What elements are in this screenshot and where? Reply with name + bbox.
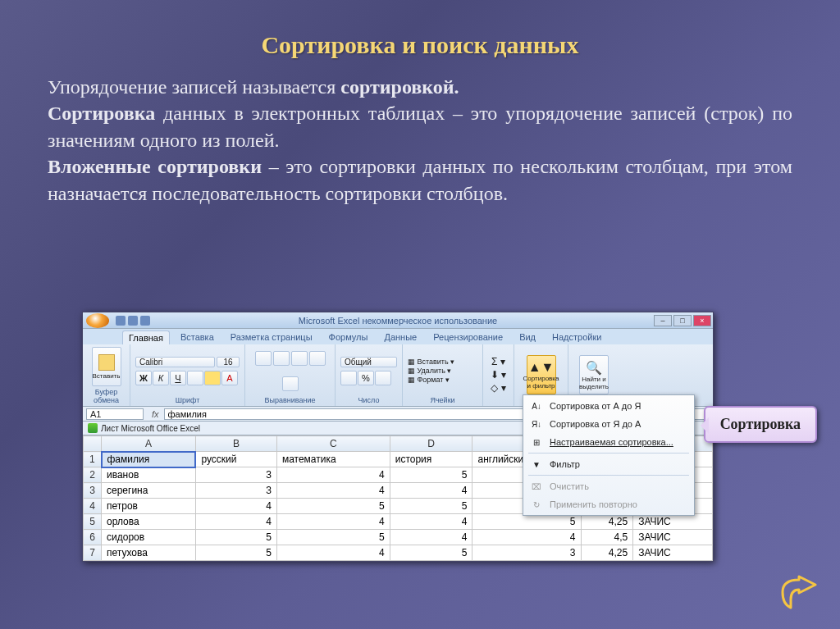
cell[interactable]: 4	[390, 483, 472, 499]
menu-separator	[528, 453, 689, 454]
cell[interactable]: 4,5	[581, 530, 633, 545]
select-all-corner[interactable]	[84, 436, 102, 452]
minimize-button[interactable]: –	[654, 315, 672, 326]
cell[interactable]: 4	[276, 467, 390, 483]
cell[interactable]: 4	[195, 514, 276, 530]
cell[interactable]: 5	[390, 545, 472, 561]
cell[interactable]: 4	[276, 514, 390, 530]
cell[interactable]: иванов	[102, 467, 196, 483]
cell[interactable]: орлова	[102, 514, 196, 530]
maximize-button[interactable]: □	[673, 315, 692, 326]
cell[interactable]: ЗАЧИС	[633, 530, 713, 545]
cell[interactable]: 3	[472, 545, 581, 561]
row-header[interactable]: 5	[84, 514, 102, 530]
menu-reapply: ↻ Применить повторно	[525, 495, 692, 513]
cell[interactable]: 5	[472, 514, 581, 530]
align-center-button[interactable]	[273, 351, 290, 366]
cell[interactable]: 5	[276, 530, 390, 545]
menu-clear: ⌧ Очистить	[525, 477, 692, 495]
cell[interactable]: 4	[472, 530, 581, 545]
cell[interactable]: 4	[195, 499, 276, 514]
col-header[interactable]: A	[102, 436, 196, 452]
cell[interactable]: 4,25	[581, 545, 633, 561]
fill-color-button[interactable]	[204, 371, 221, 385]
tab-addins[interactable]: Надстройки	[546, 330, 607, 344]
cell[interactable]: 4	[390, 514, 472, 530]
cell[interactable]: 4	[276, 545, 390, 561]
cell[interactable]: 5	[390, 499, 472, 514]
cell[interactable]: 5	[195, 545, 276, 561]
merge-button[interactable]	[282, 376, 299, 391]
bold-button[interactable]: Ж	[135, 371, 152, 385]
row-header[interactable]: 3	[84, 483, 102, 499]
cell[interactable]: 3	[195, 467, 276, 483]
cell[interactable]: история	[390, 452, 472, 467]
sort-filter-button[interactable]: ▲▼ Сортировка и фильтр	[527, 355, 556, 394]
cell[interactable]: ЗАЧИС	[633, 545, 713, 561]
percent-button[interactable]: %	[358, 371, 374, 385]
font-size-dropdown[interactable]: 16	[217, 357, 240, 367]
align-right-button[interactable]	[291, 351, 308, 366]
cells-delete-button[interactable]: ▦ Удалить ▾	[408, 367, 451, 375]
underline-button[interactable]: Ч	[170, 371, 186, 385]
row-header[interactable]: 2	[84, 467, 102, 483]
row-header[interactable]: 1	[84, 452, 102, 467]
row-header[interactable]: 6	[84, 530, 102, 545]
row-header[interactable]: 4	[84, 499, 102, 514]
tab-page-layout[interactable]: Разметка страницы	[225, 330, 318, 344]
cell[interactable]: 4,25	[581, 514, 633, 530]
fx-icon[interactable]: fx	[147, 409, 164, 419]
paste-label: Вставить	[93, 372, 121, 380]
filter-icon: ▼	[530, 458, 543, 471]
italic-button[interactable]: К	[153, 371, 169, 385]
cell[interactable]: 5	[276, 499, 390, 514]
cell[interactable]: русский	[195, 452, 276, 467]
currency-button[interactable]	[340, 371, 357, 385]
border-button[interactable]	[187, 371, 203, 385]
cell[interactable]: серегина	[102, 483, 196, 499]
cell[interactable]: ЗАЧИС	[633, 514, 713, 530]
col-header[interactable]: D	[390, 436, 472, 452]
tab-review[interactable]: Рецензирование	[427, 330, 509, 344]
cell[interactable]: 4	[390, 530, 472, 545]
sum-button[interactable]: Σ ▾	[491, 356, 505, 367]
cell[interactable]: петров	[102, 499, 196, 514]
cell[interactable]: 4	[276, 483, 390, 499]
menu-filter[interactable]: ▼ Фильтр	[525, 455, 692, 473]
fill-button[interactable]: ⬇ ▾	[491, 369, 506, 381]
cells-format-button[interactable]: ▦ Формат ▾	[408, 376, 450, 384]
clear-button[interactable]: ◇ ▾	[491, 382, 505, 394]
tab-home[interactable]: Главная	[122, 330, 170, 344]
menu-custom-sort[interactable]: ⊞ Настраиваемая сортировка...	[525, 433, 692, 451]
cells-insert-button[interactable]: ▦ Вставить ▾	[408, 358, 454, 366]
paste-button[interactable]: Вставить	[92, 347, 121, 386]
tab-insert[interactable]: Вставка	[175, 330, 220, 344]
tab-data[interactable]: Данные	[378, 330, 422, 344]
cell[interactable]: фамилия	[102, 452, 196, 467]
font-name-dropdown[interactable]: Calibri	[135, 357, 215, 367]
col-header[interactable]: C	[276, 436, 390, 452]
back-arrow-button[interactable]	[779, 575, 817, 609]
name-box[interactable]: A1	[86, 408, 144, 420]
tab-view[interactable]: Вид	[514, 330, 541, 344]
cell[interactable]: 5	[390, 467, 472, 483]
row-header[interactable]: 7	[84, 545, 102, 561]
col-header[interactable]: B	[195, 436, 276, 452]
comma-button[interactable]	[375, 371, 391, 385]
cell[interactable]: 3	[195, 483, 276, 499]
sort-za-icon: Я↓	[530, 417, 543, 431]
cell[interactable]: петухова	[102, 545, 196, 561]
tab-formulas[interactable]: Формулы	[323, 330, 374, 344]
menu-sort-az[interactable]: A↓ Сортировка от А до Я	[525, 397, 692, 415]
menu-label: Фильтр	[550, 459, 580, 469]
find-select-button[interactable]: 🔍 Найти и выделить	[579, 355, 609, 394]
wrap-text-button[interactable]	[309, 351, 326, 366]
menu-sort-za[interactable]: Я↓ Сортировка от Я до А	[525, 415, 692, 433]
align-left-button[interactable]	[255, 351, 272, 366]
cell[interactable]: 5	[195, 530, 276, 545]
cell[interactable]: сидоров	[102, 530, 196, 545]
close-button[interactable]: ×	[693, 315, 711, 326]
cell[interactable]: математика	[276, 452, 390, 467]
number-format-dropdown[interactable]: Общий	[340, 357, 397, 367]
font-color-button[interactable]: A	[221, 371, 238, 385]
